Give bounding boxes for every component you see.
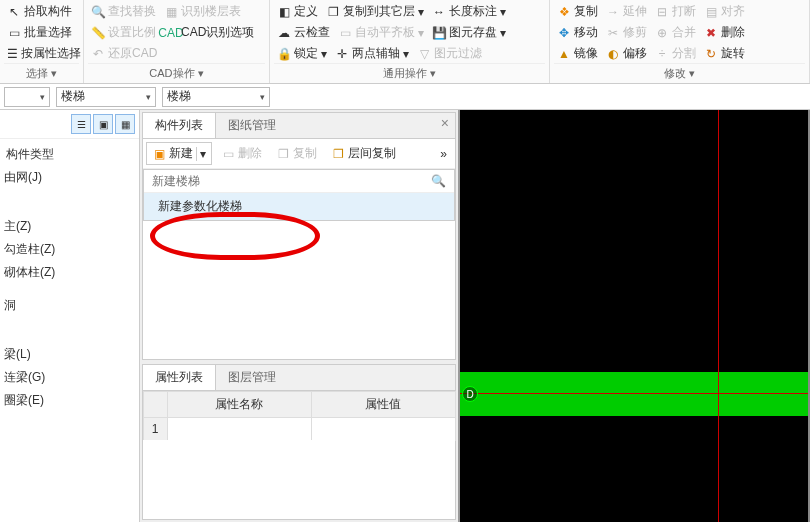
trim-icon: ✂ [606, 26, 620, 40]
filter-icon: ▽ [417, 47, 431, 61]
axis-horizontal [460, 393, 810, 394]
select-by-attr-button[interactable]: ☰按属性选择 [4, 44, 79, 63]
main-area: ☰ ▣ ▦ 构件类型 由网(J) 主(Z) 勾造柱(Z) 砌体柱(Z) 洞 梁(… [0, 110, 810, 522]
batch-select-button[interactable]: ▭批量选择 [4, 23, 79, 42]
ruler-icon: 📏 [91, 26, 105, 40]
delete-component-button: ▭删除 [216, 143, 267, 164]
lock-icon: 🔒 [277, 47, 291, 61]
chevron-down-icon: ▾ [40, 92, 45, 102]
rotate-icon: ↻ [704, 47, 718, 61]
align-icon: ▤ [704, 5, 718, 19]
tab-layer-mgmt[interactable]: 图层管理 [216, 365, 288, 390]
layers-icon: ❐ [331, 147, 345, 161]
cad-icon: CAD [164, 26, 178, 40]
pick-component-button[interactable]: ↖拾取构件 [4, 2, 79, 21]
selector-component[interactable]: 楼梯▾ [162, 87, 270, 107]
tab-attr-list[interactable]: 属性列表 [143, 365, 216, 390]
image-save-button[interactable]: 💾图元存盘 ▾ [429, 23, 509, 42]
break-icon: ⊟ [655, 5, 669, 19]
two-aux-axis-button[interactable]: ✛两点辅轴 ▾ [332, 44, 412, 63]
more-button[interactable]: » [435, 145, 452, 163]
component-list-panel: 构件列表 图纸管理 × ▣新建 ▾ ▭删除 ❐复制 ❐层间复制 » 🔍 新建参数… [142, 112, 456, 360]
list-icon: ☰ [7, 47, 18, 61]
attr-cell-name[interactable] [167, 417, 312, 441]
tree-item-z[interactable]: 主(Z) [0, 215, 139, 238]
axis-marker-d[interactable]: D [462, 386, 478, 402]
layers-icon: ❐ [326, 5, 340, 19]
ribbon-toolbar: ↖拾取构件 ▭批量选择 ☰按属性选择 选择 ▾ 🔍查找替换 ▦识别楼层表 📏设置… [0, 0, 810, 84]
component-tree[interactable]: 构件类型 由网(J) 主(Z) 勾造柱(Z) 砌体柱(Z) 洞 梁(L) 连梁(… [0, 139, 139, 522]
selector-floor[interactable]: 楼梯▾ [56, 87, 156, 107]
tree-item-gz[interactable]: 勾造柱(Z) [0, 238, 139, 261]
mirror-button[interactable]: ▲镜像 [554, 44, 601, 63]
merge-button: ⊕合并 [652, 23, 699, 42]
split-icon: ÷ [655, 47, 669, 61]
attribute-grid[interactable]: 属性名称 属性值 1 [143, 391, 455, 440]
nav-tool-1[interactable]: ☰ [71, 114, 91, 134]
tab-component-list[interactable]: 构件列表 [143, 113, 216, 138]
cursor-icon: ↖ [7, 5, 21, 19]
axis-vertical [718, 110, 719, 522]
attr-col-value: 属性值 [311, 391, 456, 418]
lock-button[interactable]: 🔒锁定 ▾ [274, 44, 330, 63]
tree-item-quanliang[interactable]: 圈梁(E) [0, 389, 139, 412]
selector-1[interactable]: ▾ [4, 87, 50, 107]
green-band [460, 372, 810, 416]
rotate-button[interactable]: ↻旋转 [701, 44, 748, 63]
delete-button[interactable]: ✖删除 [701, 23, 748, 42]
dropdown-item-param-stair[interactable]: 新建参数化楼梯 [144, 193, 454, 220]
nav-tool-2[interactable]: ▣ [93, 114, 113, 134]
tree-item-qt[interactable]: 砌体柱(Z) [0, 261, 139, 284]
tree-item-axis[interactable]: 由网(J) [0, 166, 139, 189]
close-icon[interactable]: × [441, 115, 449, 131]
search-icon[interactable]: 🔍 [431, 174, 446, 188]
new-button[interactable]: ▣新建 ▾ [146, 142, 212, 165]
table-icon: ▦ [164, 5, 178, 19]
save-icon: 💾 [432, 26, 446, 40]
length-dim-button[interactable]: ↔长度标注 ▾ [429, 2, 509, 21]
attribute-panel: 属性列表 图层管理 属性名称 属性值 1 [142, 364, 456, 520]
layer-copy-button[interactable]: ❐层间复制 [326, 143, 401, 164]
mirror-icon: ▲ [557, 47, 571, 61]
auto-plate-button: ▭自动平齐板 ▾ [335, 23, 427, 42]
set-scale-button: 📏设置比例 [88, 23, 159, 42]
tree-item-liang[interactable]: 梁(L) [0, 343, 139, 366]
dropdown-search-input[interactable] [152, 174, 431, 188]
copy-to-layer-button[interactable]: ❐复制到其它层 ▾ [323, 2, 427, 21]
break-button: ⊟打断 [652, 2, 699, 21]
left-sidebar: ☰ ▣ ▦ 构件类型 由网(J) 主(Z) 勾造柱(Z) 砌体柱(Z) 洞 梁(… [0, 110, 140, 522]
attr-row-number: 1 [143, 417, 168, 441]
tab-drawing-mgmt[interactable]: 图纸管理 [216, 113, 288, 138]
define-button[interactable]: ◧定义 [274, 2, 321, 21]
selector-bar: ▾ 楼梯▾ 楼梯▾ [0, 84, 810, 110]
nav-tool-3[interactable]: ▦ [115, 114, 135, 134]
center-panels: 构件列表 图纸管理 × ▣新建 ▾ ▭删除 ❐复制 ❐层间复制 » 🔍 新建参数… [140, 110, 458, 522]
split-button: ÷分割 [652, 44, 699, 63]
attr-col-name: 属性名称 [167, 391, 312, 418]
offset-button[interactable]: ◐偏移 [603, 44, 650, 63]
tree-item-dong[interactable]: 洞 [0, 294, 139, 317]
extend-icon: → [606, 5, 620, 19]
cloud-icon: ☁ [277, 26, 291, 40]
offset-icon: ◐ [606, 47, 620, 61]
cad-options-button[interactable]: CADCAD识别选项 [161, 23, 257, 42]
recognize-floor-button: ▦识别楼层表 [161, 2, 244, 21]
define-icon: ◧ [277, 5, 291, 19]
copy-icon: ❖ [557, 5, 571, 19]
align-button: ▤对齐 [701, 2, 748, 21]
multi-select-icon: ▭ [7, 26, 21, 40]
drawing-viewport[interactable]: D [458, 110, 810, 522]
undo-icon: ↶ [91, 47, 105, 61]
chevron-down-icon: ▾ [146, 92, 151, 102]
move-icon: ✥ [557, 26, 571, 40]
search-icon: 🔍 [91, 5, 105, 19]
copy-button[interactable]: ❖复制 [554, 2, 601, 21]
copy-icon: ❐ [276, 147, 290, 161]
tree-item-lianliang[interactable]: 连梁(G) [0, 366, 139, 389]
cloud-check-button[interactable]: ☁云检查 [274, 23, 333, 42]
attr-cell-value[interactable] [311, 417, 456, 441]
tree-header: 构件类型 [0, 143, 139, 166]
find-replace-button: 🔍查找替换 [88, 2, 159, 21]
copy-component-button: ❐复制 [271, 143, 322, 164]
move-button[interactable]: ✥移动 [554, 23, 601, 42]
